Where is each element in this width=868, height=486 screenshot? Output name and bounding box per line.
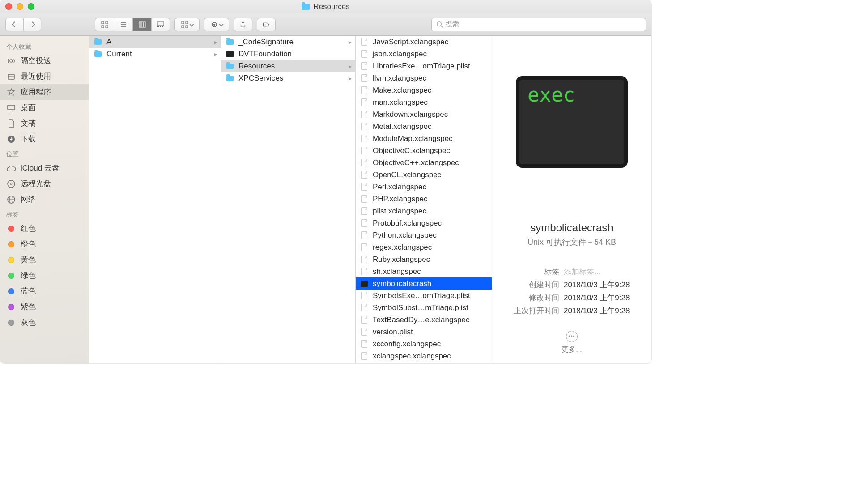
file-row[interactable]: Current▸ [89,48,221,60]
sidebar-item[interactable]: 文稿 [0,115,89,131]
tags-placeholder[interactable]: 添加标签... [564,267,600,277]
list-view-button[interactable] [114,18,132,31]
plist-icon [360,62,368,70]
file-row[interactable]: man.xclangspec [356,96,492,108]
sidebar-item[interactable]: 下载 [0,131,89,147]
created-value: 2018/10/3 上午9:28 [564,280,630,290]
sidebar-item[interactable]: 桌面 [0,100,89,115]
svg-point-29 [10,183,12,185]
gallery-icon [157,21,165,29]
sidebar-item-label: 绿色 [21,270,36,281]
sidebar-item[interactable]: 紫色 [0,299,89,315]
file-row[interactable]: plist.xclangspec [356,205,492,217]
traffic-lights [5,3,34,10]
sidebar-item[interactable]: 绿色 [0,268,89,283]
file-name: Perl.xclangspec [373,183,426,192]
file-icon [360,74,368,82]
created-label: 创建时间 [501,280,559,290]
sidebar-item[interactable]: 最近使用 [0,68,89,84]
arrange-button[interactable] [174,18,200,31]
file-row[interactable]: Perl.xclangspec [356,181,492,193]
file-row[interactable]: LibrariesExe…omTriage.plist [356,60,492,72]
file-row[interactable]: A▸ [89,36,221,48]
file-name: A [106,38,111,47]
plist-icon [360,292,368,300]
file-icon [360,147,368,155]
sidebar-item[interactable]: 蓝色 [0,283,89,299]
sidebar-item-label: 桌面 [21,102,36,113]
file-row[interactable]: OpenCL.xclangspec [356,169,492,181]
exec-icon [226,50,234,58]
file-row[interactable]: PHP.xclangspec [356,193,492,205]
file-row[interactable]: DVTFoundation [221,48,355,60]
file-row[interactable]: TextBasedDy…e.xclangspec [356,314,492,326]
zoom-button[interactable] [28,3,34,10]
apps-icon [6,88,16,97]
file-row[interactable]: Metal.xclangspec [356,120,492,132]
file-row[interactable]: JavaScript.xclangspec [356,36,492,48]
icon-view-button[interactable] [95,18,114,31]
file-row[interactable]: XPCServices▸ [221,72,355,84]
file-row[interactable]: llvm.xclangspec [356,72,492,84]
action-button[interactable] [204,18,229,31]
modified-value: 2018/10/3 上午9:28 [564,293,630,303]
file-row[interactable]: sh.xclangspec [356,265,492,277]
file-row[interactable]: ModuleMap.xclangspec [356,132,492,145]
file-row[interactable]: SymbolSubst…mTriage.plist [356,302,492,314]
svg-rect-2 [102,26,104,28]
file-name: PHP.xclangspec [373,195,428,204]
file-icon [360,328,368,336]
file-row[interactable]: ObjectiveC++.xclangspec [356,157,492,169]
gallery-view-button[interactable] [151,18,170,31]
file-name: sh.xclangspec [373,267,421,276]
minimize-button[interactable] [17,3,23,10]
file-row[interactable]: regex.xclangspec [356,241,492,253]
search-field[interactable]: 搜索 [431,18,646,31]
sidebar-item[interactable]: 灰色 [0,315,89,330]
file-row[interactable]: Python.xclangspec [356,229,492,241]
sidebar-header: 位置 [0,147,89,160]
file-row[interactable]: version.plist [356,326,492,338]
file-name: SymbolSubst…mTriage.plist [373,303,468,312]
sidebar-item[interactable]: 远程光盘 [0,176,89,192]
column-view-button[interactable] [132,18,151,31]
close-button[interactable] [5,3,12,10]
folder-icon [226,38,234,46]
forward-button[interactable] [23,18,41,31]
file-row[interactable]: symbolicatecrash [356,277,492,290]
file-row[interactable]: Make.xclangspec [356,84,492,96]
file-row[interactable]: _CodeSignature▸ [221,36,355,48]
file-row[interactable]: Ruby.xclangspec [356,253,492,265]
preview-kind-size: Unix 可执行文件－54 KB [528,237,616,247]
chevron-right-icon: ▸ [349,38,352,46]
file-name: SymbolsExe…omTriage.plist [373,291,470,300]
file-icon [360,86,368,94]
sidebar-item[interactable]: 网络 [0,192,89,207]
file-row[interactable]: ObjectiveC.xclangspec [356,145,492,157]
share-button[interactable] [234,18,252,31]
more-button[interactable]: ••• [566,331,578,342]
network-icon [6,195,16,204]
back-button[interactable] [5,18,23,31]
file-row[interactable]: json.xclangspec [356,48,492,60]
file-name: ObjectiveC.xclangspec [373,146,450,155]
file-row[interactable]: SymbolsExe…omTriage.plist [356,290,492,302]
file-row[interactable]: Protobuf.xclangspec [356,217,492,229]
arrange-icon [181,21,189,29]
sidebar-item[interactable]: 橙色 [0,236,89,252]
svg-rect-1 [106,21,108,24]
recent-icon [6,72,16,81]
sidebar-item[interactable]: iCloud 云盘 [0,160,89,176]
tags-button[interactable] [257,18,276,31]
titlebar: Resources [0,0,651,13]
sidebar-item[interactable]: 应用程序 [0,84,89,100]
preview-pane: exec symbolicatecrash Unix 可执行文件－54 KB 标… [492,36,651,363]
sidebar-item[interactable]: 隔空投送 [0,53,89,68]
sidebar-item[interactable]: 红色 [0,221,89,236]
file-row[interactable]: xclangspec.xclangspec [356,350,492,362]
file-icon [360,183,368,191]
file-row[interactable]: Resources▸ [221,60,355,72]
file-row[interactable]: Markdown.xclangspec [356,108,492,120]
file-row[interactable]: xcconfig.xclangspec [356,338,492,350]
sidebar-item[interactable]: 黄色 [0,252,89,268]
